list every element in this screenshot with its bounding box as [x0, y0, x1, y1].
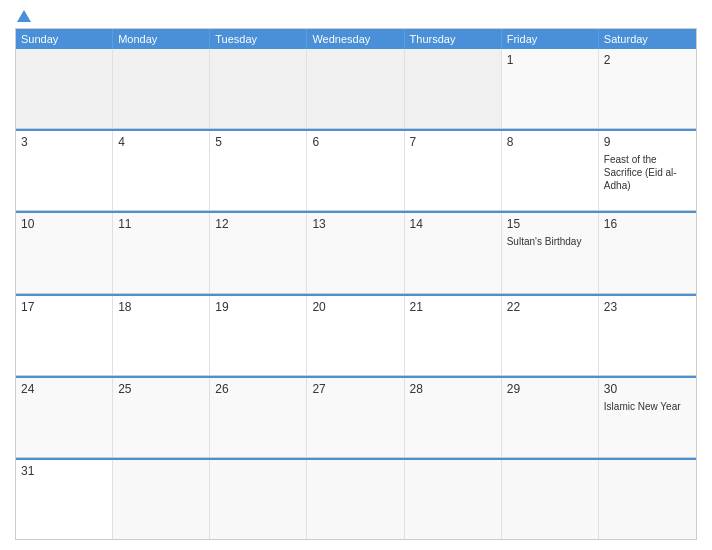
calendar-cell: 8 [502, 131, 599, 210]
day-number: 19 [215, 300, 301, 314]
day-number: 9 [604, 135, 691, 149]
header-cell-sunday: Sunday [16, 29, 113, 49]
day-number: 8 [507, 135, 593, 149]
calendar-cell: 27 [307, 378, 404, 457]
calendar-body: 123456789Feast of the Sacrifice (Eid al-… [16, 49, 696, 539]
calendar-cell [307, 460, 404, 539]
calendar-cell [16, 49, 113, 128]
calendar-row-6: 31 [16, 458, 696, 539]
calendar-cell: 25 [113, 378, 210, 457]
header-cell-thursday: Thursday [405, 29, 502, 49]
day-number: 25 [118, 382, 204, 396]
day-number: 26 [215, 382, 301, 396]
day-number: 29 [507, 382, 593, 396]
day-number: 24 [21, 382, 107, 396]
calendar-cell: 17 [16, 296, 113, 375]
calendar-cell [599, 460, 696, 539]
day-number: 20 [312, 300, 398, 314]
day-number: 4 [118, 135, 204, 149]
day-number: 6 [312, 135, 398, 149]
calendar-grid: SundayMondayTuesdayWednesdayThursdayFrid… [15, 28, 697, 540]
calendar-cell: 3 [16, 131, 113, 210]
calendar-cell: 5 [210, 131, 307, 210]
calendar-cell: 19 [210, 296, 307, 375]
calendar-cell [502, 460, 599, 539]
calendar-cell: 23 [599, 296, 696, 375]
day-number: 1 [507, 53, 593, 67]
header-cell-friday: Friday [502, 29, 599, 49]
day-number: 31 [21, 464, 107, 478]
calendar-cell: 20 [307, 296, 404, 375]
logo-triangle-icon [17, 10, 31, 22]
day-number: 21 [410, 300, 496, 314]
calendar-cell [405, 49, 502, 128]
calendar-cell: 7 [405, 131, 502, 210]
calendar-cell: 31 [16, 460, 113, 539]
calendar-cell [113, 49, 210, 128]
day-number: 30 [604, 382, 691, 396]
day-number: 23 [604, 300, 691, 314]
calendar-cell [307, 49, 404, 128]
header-cell-wednesday: Wednesday [307, 29, 404, 49]
day-number: 11 [118, 217, 204, 231]
day-number: 14 [410, 217, 496, 231]
day-number: 17 [21, 300, 107, 314]
day-number: 15 [507, 217, 593, 231]
day-number: 2 [604, 53, 691, 67]
calendar-cell: 28 [405, 378, 502, 457]
calendar-cell: 22 [502, 296, 599, 375]
calendar-cell: 1 [502, 49, 599, 128]
calendar-row-4: 17181920212223 [16, 294, 696, 376]
day-number: 13 [312, 217, 398, 231]
calendar-cell: 21 [405, 296, 502, 375]
header [15, 10, 697, 22]
calendar-cell: 9Feast of the Sacrifice (Eid al-Adha) [599, 131, 696, 210]
day-number: 12 [215, 217, 301, 231]
calendar-cell: 29 [502, 378, 599, 457]
holiday-label: Sultan's Birthday [507, 235, 593, 248]
calendar-cell: 11 [113, 213, 210, 292]
day-number: 5 [215, 135, 301, 149]
day-number: 18 [118, 300, 204, 314]
calendar-cell [113, 460, 210, 539]
logo-general-line [15, 10, 31, 22]
calendar-cell: 6 [307, 131, 404, 210]
calendar-cell: 24 [16, 378, 113, 457]
calendar-header-row: SundayMondayTuesdayWednesdayThursdayFrid… [16, 29, 696, 49]
logo [15, 10, 31, 22]
calendar-cell: 18 [113, 296, 210, 375]
day-number: 3 [21, 135, 107, 149]
day-number: 16 [604, 217, 691, 231]
calendar-cell [405, 460, 502, 539]
holiday-label: Islamic New Year [604, 400, 691, 413]
calendar-cell: 26 [210, 378, 307, 457]
day-number: 10 [21, 217, 107, 231]
calendar-cell: 16 [599, 213, 696, 292]
header-cell-saturday: Saturday [599, 29, 696, 49]
calendar-cell [210, 460, 307, 539]
header-cell-tuesday: Tuesday [210, 29, 307, 49]
calendar-cell: 30Islamic New Year [599, 378, 696, 457]
calendar-cell: 10 [16, 213, 113, 292]
holiday-label: Feast of the Sacrifice (Eid al-Adha) [604, 153, 691, 192]
day-number: 28 [410, 382, 496, 396]
calendar-row-1: 12 [16, 49, 696, 129]
day-number: 7 [410, 135, 496, 149]
calendar-row-5: 24252627282930Islamic New Year [16, 376, 696, 458]
calendar-cell: 12 [210, 213, 307, 292]
day-number: 27 [312, 382, 398, 396]
calendar-cell: 14 [405, 213, 502, 292]
calendar-page: SundayMondayTuesdayWednesdayThursdayFrid… [0, 0, 712, 550]
calendar-cell: 2 [599, 49, 696, 128]
header-cell-monday: Monday [113, 29, 210, 49]
day-number: 22 [507, 300, 593, 314]
calendar-row-3: 101112131415Sultan's Birthday16 [16, 211, 696, 293]
calendar-cell: 4 [113, 131, 210, 210]
calendar-row-2: 3456789Feast of the Sacrifice (Eid al-Ad… [16, 129, 696, 211]
calendar-cell [210, 49, 307, 128]
calendar-cell: 13 [307, 213, 404, 292]
calendar-cell: 15Sultan's Birthday [502, 213, 599, 292]
